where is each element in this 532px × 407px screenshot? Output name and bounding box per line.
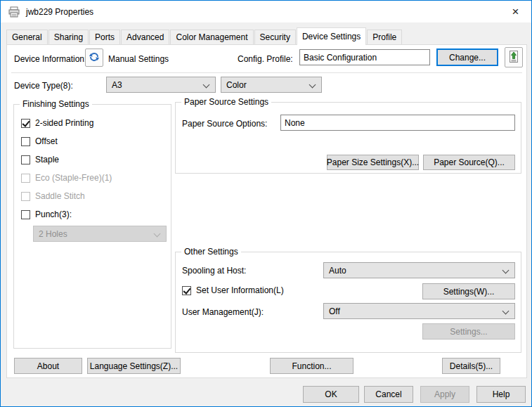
config-profile-input[interactable]: Basic Configuration <box>299 49 430 65</box>
checkbox-punch[interactable]: Punch(3): <box>21 209 72 219</box>
ok-button[interactable]: OK <box>303 386 359 403</box>
checkbox-box[interactable] <box>21 155 30 164</box>
punch-holes-select: 2 Holes <box>33 226 167 242</box>
spooling-at-host-value: Auto <box>329 266 346 276</box>
paper-size-settings-button[interactable]: Paper Size Settings(X)... <box>327 155 419 170</box>
checkbox-label: Punch(3): <box>35 209 72 219</box>
checkbox-set-user-information[interactable]: Set User Information(L) <box>182 285 284 295</box>
close-icon[interactable]: × <box>500 1 531 22</box>
title-bar: jwb229 Properties × <box>1 1 531 22</box>
checkbox-offset[interactable]: Offset <box>21 136 58 146</box>
checkbox-box[interactable] <box>21 137 30 146</box>
checkbox-box[interactable] <box>21 119 30 128</box>
details-button[interactable]: Details(5)... <box>442 358 500 374</box>
checkbox-eco-staple-free: Eco (Staple-Free)(1) <box>21 173 112 183</box>
change-button[interactable]: Change... <box>436 49 498 66</box>
config-profile-label: Config. Profile: <box>238 54 293 64</box>
refresh-button[interactable] <box>85 49 103 67</box>
checkbox-label: Saddle Stitch <box>35 191 85 201</box>
tab-device-settings[interactable]: Device Settings <box>297 27 366 45</box>
function-button[interactable]: Function... <box>270 358 353 374</box>
tab-general[interactable]: General <box>6 30 48 44</box>
language-settings-button[interactable]: Language Settings(Z)... <box>87 358 181 374</box>
settings-disabled-button: Settings... <box>422 323 515 340</box>
checkbox-label: Staple <box>35 155 59 164</box>
tab-advanced[interactable]: Advanced <box>121 30 169 44</box>
device-information-label: Device Information: <box>14 54 86 64</box>
paper-source-settings-title: Paper Source Settings <box>181 97 271 107</box>
checkbox-box <box>21 174 30 183</box>
other-settings-title: Other Settings <box>181 247 241 257</box>
printer-icon <box>8 6 20 18</box>
chevron-down-icon <box>203 82 210 89</box>
tab-profile[interactable]: Profile <box>367 30 402 44</box>
device-type-select[interactable]: A3 <box>106 77 216 93</box>
checkbox-box[interactable] <box>182 286 191 295</box>
checkbox-staple[interactable]: Staple <box>21 155 59 164</box>
user-management-label: User Management(J): <box>182 307 264 317</box>
tab-ports[interactable]: Ports <box>89 30 120 44</box>
refresh-icon <box>89 51 100 65</box>
export-profile-button[interactable] <box>505 47 523 67</box>
tab-security[interactable]: Security <box>254 30 296 44</box>
user-management-value: Off <box>329 306 340 316</box>
help-button[interactable]: Help <box>476 386 526 403</box>
properties-dialog: jwb229 Properties × General Sharing Port… <box>0 0 532 407</box>
device-type-label: Device Type(8): <box>14 81 73 91</box>
about-button[interactable]: About <box>14 358 82 374</box>
tab-sharing[interactable]: Sharing <box>48 30 89 44</box>
chevron-down-icon <box>502 308 510 315</box>
checkbox-label: Eco (Staple-Free)(1) <box>35 173 112 183</box>
checkbox-label: Set User Information(L) <box>196 285 284 295</box>
spooling-at-host-label: Spooling at Host: <box>182 266 246 276</box>
color-mode-select[interactable]: Color <box>221 77 322 93</box>
user-management-select[interactable]: Off <box>323 303 515 319</box>
chevron-down-icon <box>309 82 316 89</box>
finishing-settings-title: Finishing Settings <box>20 99 92 109</box>
spooling-at-host-select[interactable]: Auto <box>323 262 515 278</box>
groupbox-finishing-settings: Finishing Settings 2-sided Printing Offs… <box>13 104 171 349</box>
header-separator <box>11 72 522 73</box>
cancel-button[interactable]: Cancel <box>364 386 413 403</box>
device-settings-page: Device Information: Manual Settings Conf… <box>6 44 527 378</box>
paper-source-options-label: Paper Source Options: <box>182 119 267 129</box>
tab-strip: General Sharing Ports Advanced Color Man… <box>6 28 403 44</box>
color-mode-value: Color <box>226 80 247 90</box>
device-information-status: Manual Settings <box>108 54 169 64</box>
groupbox-paper-source-settings: Paper Source Settings Paper Source Optio… <box>175 102 521 174</box>
apply-button: Apply <box>420 386 469 403</box>
checkbox-saddle-stitch: Saddle Stitch <box>21 191 85 201</box>
window-title: jwb229 Properties <box>26 7 93 17</box>
paper-source-options-input[interactable]: None <box>280 115 515 131</box>
checkbox-2-sided-printing[interactable]: 2-sided Printing <box>21 118 93 128</box>
checkbox-box[interactable] <box>21 210 30 219</box>
upload-icon <box>508 50 519 65</box>
punch-holes-value: 2 Holes <box>39 229 67 239</box>
tab-color-management[interactable]: Color Management <box>170 30 253 44</box>
checkbox-label: Offset <box>35 136 58 146</box>
chevron-down-icon <box>502 267 510 274</box>
device-type-value: A3 <box>112 80 122 90</box>
paper-source-button[interactable]: Paper Source(Q)... <box>423 155 515 170</box>
settings-w-button[interactable]: Settings(W)... <box>422 283 515 299</box>
checkbox-label: 2-sided Printing <box>35 118 93 128</box>
groupbox-other-settings: Other Settings Spooling at Host: Auto Se… <box>175 252 521 353</box>
checkbox-box <box>21 192 30 201</box>
chevron-down-icon <box>154 231 161 238</box>
